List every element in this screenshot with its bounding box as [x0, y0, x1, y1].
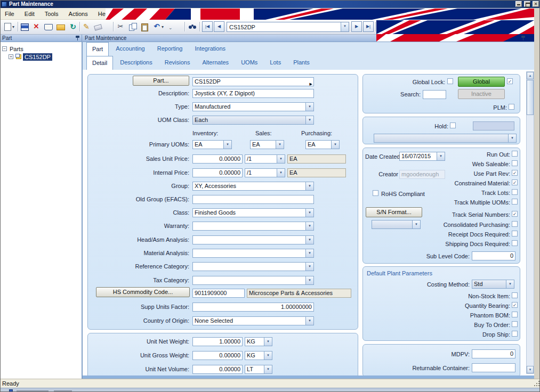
previous-record-icon[interactable]	[214, 21, 224, 32]
tab-detail[interactable]: Detail	[86, 56, 113, 70]
menu-edit[interactable]: Edit	[20, 8, 39, 20]
undo-icon[interactable]	[151, 21, 162, 32]
undo-dropdown-icon[interactable]	[162, 23, 166, 30]
window-titlebar[interactable]: Part Maintenance	[1, 1, 540, 8]
dropdown-arrow-icon[interactable]	[305, 103, 313, 111]
sales-unit-price-field[interactable]: 0.00000	[192, 154, 243, 164]
part-field[interactable]: CS152DP	[192, 77, 314, 86]
dropdown-arrow-icon[interactable]	[506, 280, 514, 288]
dropdown-arrow-icon[interactable]	[305, 236, 313, 244]
unit-net-weight-field[interactable]: 1.00000	[192, 337, 243, 346]
unit-gross-weight-uom-combo[interactable]: KG	[245, 351, 272, 360]
record-combo-dropdown-icon[interactable]	[341, 22, 349, 31]
tree-selected-label[interactable]: CS152DP	[23, 53, 52, 61]
next-record-icon[interactable]	[351, 21, 362, 32]
dropdown-arrow-icon[interactable]	[305, 263, 313, 271]
close-button[interactable]	[533, 1, 539, 7]
resize-grip[interactable]	[533, 380, 539, 386]
phantom-bom-checkbox[interactable]	[512, 312, 518, 317]
shipping-docs-required-checkbox[interactable]	[512, 240, 518, 246]
dropdown-arrow-icon[interactable]	[508, 134, 516, 142]
folder-icon[interactable]	[55, 21, 66, 32]
tab-uoms[interactable]: UOMs	[236, 56, 263, 70]
quantity-bearing-checkbox[interactable]: ✓	[512, 302, 518, 308]
dropdown-arrow-icon[interactable]	[331, 141, 339, 149]
search-input[interactable]	[423, 90, 446, 99]
scrollbar-thumb[interactable]	[527, 80, 534, 115]
save-icon[interactable]	[19, 21, 30, 32]
unit-gross-weight-field[interactable]: 0.00000	[192, 351, 243, 360]
unit-net-weight-uom-combo[interactable]: KG	[245, 337, 272, 346]
menu-file[interactable]: File	[1, 8, 19, 20]
part-expand-icon[interactable]	[310, 79, 312, 86]
global-button[interactable]: Global	[458, 77, 505, 87]
tab-lots[interactable]: Lots	[264, 56, 286, 70]
cut-icon[interactable]	[115, 21, 126, 32]
tab-accounting[interactable]: Accounting	[110, 42, 150, 56]
country-of-origin-combo[interactable]: None Selected	[192, 316, 314, 325]
unit-net-volume-uom-combo[interactable]: LT	[245, 365, 272, 374]
pencil-icon[interactable]	[81, 21, 92, 32]
tax-category-combo[interactable]	[192, 276, 314, 285]
returnable-container-field[interactable]	[472, 363, 515, 372]
dropdown-arrow-icon[interactable]	[223, 141, 231, 149]
hold-reason-combo[interactable]	[374, 134, 517, 143]
new-dropdown-icon[interactable]	[12, 23, 17, 30]
reference-category-combo[interactable]	[192, 262, 314, 271]
date-created-combo[interactable]: 16/07/2015	[399, 152, 445, 161]
sub-level-code-field[interactable]: 0	[472, 251, 515, 260]
tab-revisions[interactable]: Revisions	[159, 56, 196, 70]
dropdown-arrow-icon[interactable]	[305, 116, 313, 124]
web-saleable-checkbox[interactable]	[512, 160, 518, 166]
new-icon[interactable]	[2, 21, 13, 32]
costing-method-combo[interactable]: Std	[472, 280, 514, 289]
dropdown-arrow-icon[interactable]	[277, 155, 285, 163]
track-multiple-uoms-checkbox[interactable]	[512, 199, 518, 205]
internal-price-per-combo[interactable]: /1	[245, 168, 285, 177]
class-combo[interactable]: Finished Goods	[192, 208, 314, 217]
type-combo[interactable]: Manufactured	[192, 102, 314, 111]
last-record-icon[interactable]	[363, 21, 374, 32]
mdpv-field[interactable]: 0	[472, 349, 515, 358]
maximize-button[interactable]	[524, 1, 530, 7]
toolbar-overflow-chevron-icon[interactable]	[168, 24, 174, 30]
scroll-down-icon[interactable]	[527, 366, 534, 373]
global-checkbox[interactable]: ✓	[507, 78, 513, 84]
buy-to-order-checkbox[interactable]	[512, 321, 518, 327]
primary-uom-purchasing-combo[interactable]: EA	[305, 140, 340, 149]
track-serial-numbers-checkbox[interactable]: ✓	[512, 211, 518, 217]
receipt-docs-required-checkbox[interactable]	[512, 231, 518, 236]
eraser-icon[interactable]	[93, 21, 103, 32]
menu-tools[interactable]: Tools	[41, 8, 63, 20]
tree-collapse-icon[interactable]	[2, 46, 7, 51]
dropdown-arrow-icon[interactable]	[305, 182, 313, 190]
supp-units-factor-field[interactable]: 1.00000000	[192, 303, 314, 312]
primary-uom-sales-combo[interactable]: EA	[250, 140, 284, 149]
refresh-icon[interactable]	[68, 21, 78, 32]
dropdown-arrow-icon[interactable]	[437, 152, 445, 160]
constrained-material-checkbox[interactable]: ✓	[512, 179, 518, 185]
material-analysis-combo[interactable]	[192, 249, 314, 258]
tree-node-parts[interactable]: Parts	[1, 45, 82, 53]
uom-class-combo[interactable]: Each	[192, 116, 314, 125]
minimize-button[interactable]	[515, 1, 522, 7]
internal-price-field[interactable]: 0.00000	[192, 168, 243, 177]
menu-actions[interactable]: Actions	[65, 8, 92, 20]
use-part-rev-checkbox[interactable]: ✓	[512, 170, 518, 176]
dropdown-arrow-icon[interactable]	[276, 141, 284, 149]
tab-integrations[interactable]: Integrations	[190, 42, 231, 56]
pin-icon[interactable]	[75, 35, 80, 42]
unit-net-volume-field[interactable]: 0.00000	[192, 365, 243, 374]
dropdown-arrow-icon[interactable]	[264, 338, 272, 346]
tab-alternates[interactable]: Alternates	[197, 56, 235, 70]
book-icon[interactable]	[43, 21, 54, 32]
tab-reporting[interactable]: Reporting	[152, 42, 188, 56]
tab-descriptions[interactable]: Descriptions	[115, 56, 158, 70]
hs-commodity-code-field[interactable]: 9011909000	[192, 289, 245, 298]
inactive-button[interactable]: Inactive	[458, 89, 505, 99]
part-button[interactable]: Part...	[133, 76, 189, 86]
dropdown-arrow-icon[interactable]	[305, 222, 313, 230]
pin-icon[interactable]	[521, 35, 526, 42]
delete-icon[interactable]	[31, 21, 42, 32]
warranty-combo[interactable]	[192, 222, 314, 231]
